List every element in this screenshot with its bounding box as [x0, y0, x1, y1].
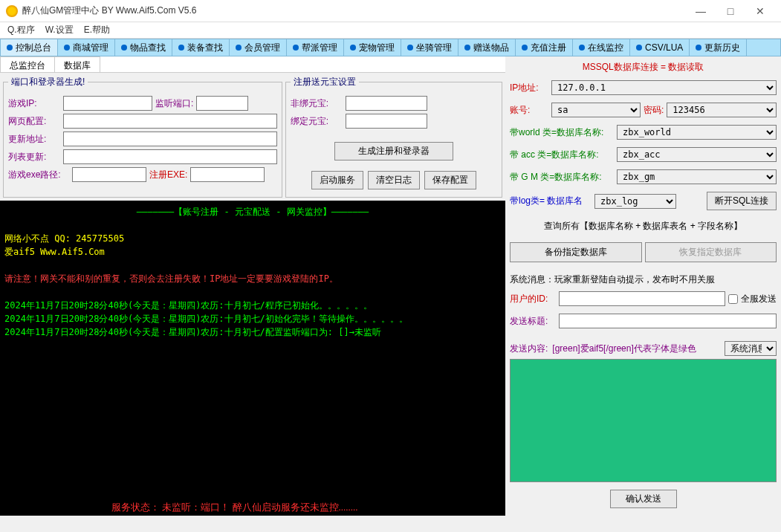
menu-help[interactable]: E.帮助 [84, 24, 110, 36]
register-panel: 注册送元宝设置 非绑元宝: 绑定元宝: 生成注册和登录器 启动服务 清空日志 保… [285, 76, 502, 198]
account-label: 账号: [510, 104, 548, 117]
restore-db-button[interactable]: 恢复指定数据库 [645, 242, 777, 262]
tab-dot-icon [579, 45, 585, 51]
ip-label: IP地址: [510, 82, 548, 94]
port-panel: 端口和登录器生成! 游戏IP: 监听端口: 网页配置: 更新地址: 列表更新: … [3, 76, 282, 198]
acc-db-select[interactable]: zbx_acc [617, 147, 777, 162]
tab-dot-icon [350, 45, 356, 51]
game-ip-input[interactable] [63, 96, 152, 111]
console-log: 2024年11月7日20时28分40秒(今天是：星期四)农历:十月初七/配置监听… [4, 325, 501, 339]
minimize-button[interactable]: — [686, 1, 716, 22]
bind-input[interactable] [346, 114, 427, 129]
maximize-button[interactable]: □ [716, 1, 745, 22]
gm-db-select[interactable]: zbx_gm [617, 169, 777, 184]
backup-db-button[interactable]: 备份指定数据库 [510, 242, 642, 262]
console-header: ———————【账号注册 - 元宝配送 - 网关监控】——————— [4, 205, 501, 218]
tab-recharge[interactable]: 充值注册 [516, 39, 573, 56]
sub-tabbar: 总监控台 数据库 [0, 56, 505, 73]
update-addr-label: 更新地址: [8, 133, 60, 146]
console-log: 2024年11月7日20时28分40秒(今天是：星期四)农历:十月初七/初始化完… [4, 312, 501, 325]
ip-select[interactable]: 127.0.0.1 [551, 80, 777, 95]
query-all-label: 查询所有【数据库名称 + 数据库表名 + 字段名称】 [510, 215, 777, 237]
listen-port-input[interactable] [196, 96, 248, 111]
tab-pet[interactable]: 宠物管理 [344, 39, 401, 56]
main-tabbar: 控制总台 商城管理 物品查找 装备查找 会员管理 帮派管理 宠物管理 坐骑管理 … [0, 39, 781, 56]
tab-dot-icon [236, 45, 242, 51]
tab-history[interactable]: 更新历史 [690, 39, 747, 56]
reg-exe-label: 注册EXE: [149, 169, 187, 181]
gen-reg-button[interactable]: 生成注册和登录器 [334, 142, 453, 160]
status-line: 服务状态： 未监听：端口！ 醉八仙启动服务还未监控........ [0, 499, 505, 516]
tab-dot-icon [178, 45, 184, 51]
console-warning: 请注意！网关不能和别的重复，否则会去注册失败！IP地址一定要要游戏登陆的IP。 [4, 272, 501, 285]
log-db-label: 带log类= 数据库名 [510, 195, 592, 207]
password-label: 密码: [644, 104, 664, 117]
tab-dot-icon [464, 45, 470, 51]
tab-dot-icon [121, 45, 127, 51]
bind-label: 绑定元宝: [291, 115, 343, 128]
port-legend: 端口和登录器生成! [8, 76, 88, 88]
world-db-select[interactable]: zbx_world [617, 125, 777, 140]
tab-equip-search[interactable]: 装备查找 [172, 39, 230, 56]
close-button[interactable]: ✕ [745, 1, 775, 22]
list-update-input[interactable] [63, 149, 277, 164]
app-icon [6, 5, 18, 17]
all-send-label: 全服发送 [741, 293, 777, 305]
tab-control[interactable]: 控制总台 [1, 39, 58, 56]
user-id-input[interactable] [559, 291, 725, 306]
tab-dot-icon [64, 45, 70, 51]
save-config-button[interactable]: 保存配置 [424, 171, 476, 189]
tab-guild[interactable]: 帮派管理 [287, 39, 344, 56]
tab-dot-icon [407, 45, 413, 51]
unbind-input[interactable] [346, 96, 427, 111]
gm-db-label: 带 G M 类=数据库名称: [510, 171, 614, 184]
listen-port-label: 监听端口: [155, 97, 193, 110]
confirm-send-button[interactable]: 确认发送 [610, 490, 677, 508]
tab-dot-icon [696, 45, 701, 51]
db-header: MSSQL数据库连接 = 数据读取 [510, 59, 777, 75]
content-textarea[interactable] [510, 359, 777, 482]
send-content-label: 发送内容: [510, 343, 548, 355]
console-line: 爱aif5 Www.Aif5.Com [4, 245, 501, 259]
start-service-button[interactable]: 启动服务 [311, 171, 363, 189]
exe-path-label: 游戏exe路径: [8, 169, 69, 181]
tab-mall[interactable]: 商城管理 [58, 39, 115, 56]
user-id-label: 用户的ID: [510, 293, 556, 305]
password-select[interactable]: 123456 [667, 103, 777, 117]
exe-path-input[interactable] [72, 167, 146, 182]
game-ip-label: 游戏IP: [8, 97, 60, 110]
send-title-input[interactable] [559, 314, 777, 328]
msg-type-select[interactable]: 系统消息 [725, 341, 777, 356]
reg-exe-input[interactable] [190, 167, 265, 182]
tab-dot-icon [636, 45, 642, 51]
clear-log-button[interactable]: 清空日志 [368, 171, 420, 189]
tab-csv[interactable]: CSV/LUA [630, 39, 690, 56]
subtab-monitor[interactable]: 总监控台 [0, 56, 55, 72]
console: ———————【账号注册 - 元宝配送 - 网关监控】——————— 网络小不点… [0, 201, 505, 499]
log-db-select[interactable]: zbx_log [594, 194, 676, 209]
disconnect-button[interactable]: 断开SQL连接 [707, 192, 777, 210]
send-title-label: 发送标题: [510, 315, 556, 328]
tab-dot-icon [293, 45, 299, 51]
update-addr-input[interactable] [63, 132, 277, 146]
window-title: 醉八仙GM管理中心 BY Www.Aif5.Com V5.6 [22, 4, 686, 17]
tab-mount[interactable]: 坐骑管理 [401, 39, 458, 56]
web-cfg-label: 网页配置: [8, 115, 60, 128]
send-content-hint: [green]爱aif5[/green]代表字体是绿色 [552, 343, 696, 355]
menubar: Q.程序 W.设置 E.帮助 [0, 22, 781, 39]
menu-settings[interactable]: W.设置 [45, 24, 74, 36]
subtab-database[interactable]: 数据库 [54, 56, 100, 72]
sysmsg-header: 系统消息：玩家重新登陆自动提示，发布时不用关服 [510, 273, 777, 286]
tab-gift[interactable]: 赠送物品 [458, 39, 516, 56]
console-log: 2024年11月7日20时28分40秒(今天是：星期四)农历:十月初七/程序已初… [4, 299, 501, 312]
tab-dot-icon [7, 45, 13, 51]
account-select[interactable]: sa [551, 103, 641, 117]
all-send-checkbox[interactable] [728, 294, 738, 304]
web-cfg-input[interactable] [63, 114, 277, 129]
tab-online[interactable]: 在线监控 [573, 39, 630, 56]
titlebar: 醉八仙GM管理中心 BY Www.Aif5.Com V5.6 — □ ✕ [0, 0, 781, 22]
tab-member[interactable]: 会员管理 [230, 39, 287, 56]
acc-db-label: 带 acc 类=数据库名称: [510, 149, 614, 161]
tab-item-search[interactable]: 物品查找 [115, 39, 172, 56]
menu-program[interactable]: Q.程序 [7, 24, 35, 36]
